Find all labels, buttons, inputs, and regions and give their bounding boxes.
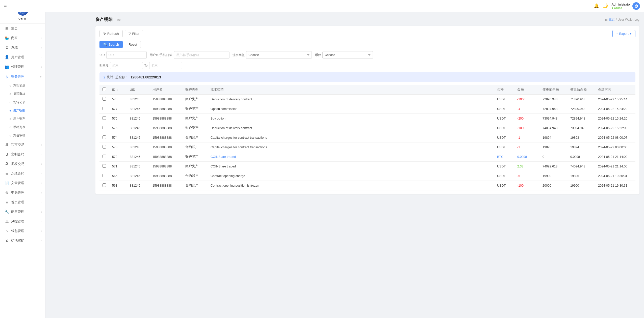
sidebar-sub-asset-detail[interactable]: 资产明细 [0, 106, 45, 115]
sidebar-item-risk[interactable]: ⚠ 风控管理 ‹ [0, 217, 45, 226]
cell-flow-type: COINS are traded [208, 162, 494, 171]
sidebar-item-user-management[interactable]: 👤 用户管理 ‹ [0, 52, 45, 62]
flow-type-select[interactable]: Choose [246, 51, 312, 59]
sidebar-item-application[interactable]: ⊕ 申购管理 ‹ [0, 188, 45, 197]
cell-coin: USDT [494, 114, 514, 123]
table-header-row: ID ↕ UID 用户名 账户类型 流水类型 [99, 85, 635, 95]
row-checkbox-4[interactable] [102, 135, 106, 139]
table-row: 571 881245 15988888888 账户资产 COINS are tr… [99, 162, 635, 171]
time-to-input[interactable] [149, 62, 182, 69]
cell-flow-type: COINS are traded [208, 152, 494, 162]
sidebar-sub-withdraw-review[interactable]: 提币审核 [0, 90, 45, 98]
user-mgmt-arrow-icon: ‹ [41, 56, 42, 59]
sidebar-item-finance-label: 财务管理 [11, 74, 24, 79]
header-username-label: 用户名 [152, 88, 162, 91]
uid-input[interactable] [106, 51, 147, 59]
row-checkbox-cell [99, 95, 109, 104]
header-uid-label: UID [130, 88, 135, 92]
cell-account-type: 账户资产 [182, 95, 208, 104]
select-all-checkbox[interactable] [102, 88, 106, 91]
reset-button[interactable]: Reset [125, 41, 141, 48]
sidebar-item-config[interactable]: 🔧 配置管理 ‹ [0, 207, 45, 217]
sidebar-sub-transfer-record[interactable]: 划转记录 [0, 98, 45, 106]
breadcrumb-home-link[interactable]: 主页 [609, 17, 615, 22]
sidebar-item-system[interactable]: ⚙ 系统 ‹ [0, 43, 45, 52]
row-checkbox-0[interactable] [102, 97, 106, 101]
header-before-label: 变更前余额 [543, 88, 559, 91]
row-checkbox-3[interactable] [102, 126, 106, 129]
mining-icon: ¥ [5, 239, 9, 243]
sidebar-item-user-management-label: 用户管理 [11, 55, 24, 60]
cell-username: 15988888888 [149, 123, 182, 133]
row-checkbox-6[interactable] [102, 155, 106, 158]
sidebar-item-futures[interactable]: Ƀ 期权交易 ‹ [0, 159, 45, 169]
application-icon: ⊕ [5, 190, 9, 195]
sidebar-item-perpetual[interactable]: ∞ 永续合约 ‹ [0, 169, 45, 178]
finance-arrow-icon: ∨ [40, 75, 42, 78]
sort-icon[interactable]: ↕ [117, 89, 118, 91]
breadcrumb-current: User-Wallet-Log [618, 18, 639, 21]
cell-id: 563 [109, 181, 127, 190]
time-label: 时间段 [99, 64, 109, 68]
cell-before-balance: 72894.948 [539, 104, 567, 114]
row-checkbox-8[interactable] [102, 174, 106, 177]
theme-toggle-icon[interactable]: 🌙 [603, 3, 608, 9]
filter-fields-row1: UID 用户名/手机/邮箱 流水类型 Choose 币种 Choose [99, 51, 635, 59]
cell-username: 15988888888 [149, 133, 182, 142]
sidebar-item-home[interactable]: ⊞ 主页 [0, 24, 45, 33]
cell-uid: 881245 [127, 123, 149, 133]
stats-icon: ℹ [104, 75, 105, 79]
username-input[interactable] [174, 51, 229, 59]
header-username: 用户名 [149, 85, 182, 95]
sidebar-sub-coin-list[interactable]: 币种列表 [0, 123, 45, 131]
stats-label: 统计 [107, 75, 113, 79]
flow-type-field-group: 流水类型 Choose [233, 51, 312, 59]
search-button[interactable]: 🔍 Search [99, 41, 123, 48]
cell-amount: -1 [514, 142, 539, 152]
sidebar-sub-user-asset[interactable]: 用户资产 [0, 115, 45, 123]
sidebar-item-mining[interactable]: ¥ 矿池挖矿 ‹ [0, 236, 45, 245]
username-label: 用户名/手机/邮箱 [150, 53, 173, 57]
coin-select[interactable]: Choose [322, 51, 373, 59]
row-checkbox-1[interactable] [102, 107, 106, 110]
notification-icon[interactable]: 🔔 [594, 3, 599, 9]
row-checkbox-cell [99, 181, 109, 190]
sidebar-item-home-mgmt[interactable]: ≡ 首页管理 ‹ [0, 197, 45, 207]
sidebar-item-article[interactable]: 📄 文章管理 ‹ [0, 178, 45, 188]
cell-coin: USDT [494, 95, 514, 104]
cell-coin: BTC [494, 152, 514, 162]
filter-button[interactable]: ▽ Filter [125, 30, 143, 37]
sidebar-item-config-label: 配置管理 [11, 210, 24, 214]
header-coin: 币种 [494, 85, 514, 95]
cell-flow-type: Contract opening charge [208, 171, 494, 181]
menu-toggle-icon[interactable]: ≡ [4, 3, 7, 9]
refresh-button[interactable]: ↻ Refresh [99, 30, 123, 37]
header-amount-label: 金额 [517, 88, 524, 91]
row-checkbox-cell [99, 162, 109, 171]
sidebar-sub-recharge-record[interactable]: 充币记录 [0, 81, 45, 90]
topbar-user[interactable]: Administrator ● Online ⏻ [611, 2, 640, 10]
row-checkbox-2[interactable] [102, 116, 106, 120]
row-checkbox-7[interactable] [102, 164, 106, 168]
sidebar-item-agent-management[interactable]: 👥 代理管理 ‹ [0, 62, 45, 72]
sidebar-item-merchant[interactable]: 🏪 商家 ‹ [0, 33, 45, 43]
sidebar-item-coin-exchange[interactable]: Ƀ 币市交易 ‹ [0, 140, 45, 150]
export-button[interactable]: ↑ Export ▾ [612, 30, 635, 37]
cell-flow-type: Option commission [208, 104, 494, 114]
sidebar-sub-charge-review[interactable]: 充值审核 [0, 131, 45, 140]
header-uid: UID [127, 85, 149, 95]
row-checkbox-9[interactable] [102, 183, 106, 187]
sidebar-sub-asset-detail-label: 资产明细 [13, 108, 25, 113]
cell-after-balance: 73094.948 [567, 123, 595, 133]
row-checkbox-5[interactable] [102, 145, 106, 149]
cell-created-time: 2024-05-22 15:24:20 [595, 104, 635, 114]
sidebar-item-finance-management[interactable]: $ 财务管理 ∨ [0, 72, 45, 81]
header-flow: 流水类型 [208, 85, 494, 95]
logo-text: VSO [18, 17, 27, 21]
sidebar-item-wallet[interactable]: ○ 钱包管理 ‹ [0, 226, 45, 236]
cell-before-balance: 74094.948 [539, 123, 567, 133]
cell-after-balance: 19900 [567, 181, 595, 190]
cell-after-balance: 0.0998 [567, 152, 595, 162]
sidebar-item-contract[interactable]: Ƀ 交割合约 ‹ [0, 150, 45, 159]
time-from-input[interactable] [110, 62, 143, 69]
